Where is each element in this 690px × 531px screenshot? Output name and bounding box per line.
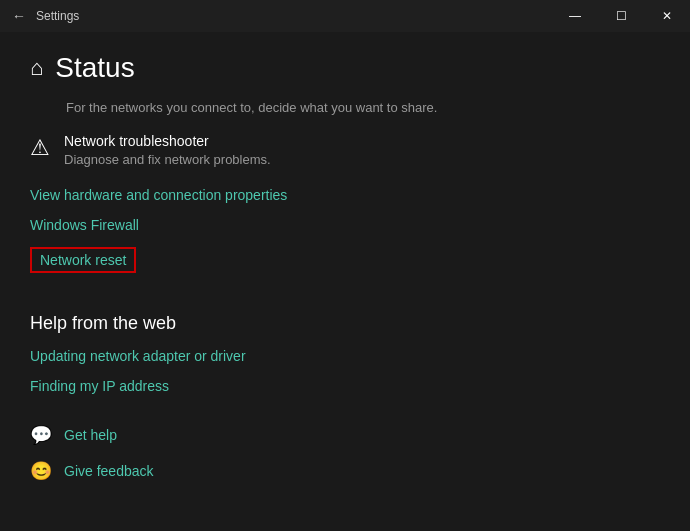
page-title: Status bbox=[55, 52, 134, 84]
windows-firewall-link[interactable]: Windows Firewall bbox=[30, 217, 660, 233]
home-icon: ⌂ bbox=[30, 55, 43, 81]
titlebar-title: Settings bbox=[36, 9, 79, 23]
warning-icon: ⚠ bbox=[30, 135, 50, 161]
troubleshooter-description: Diagnose and fix network problems. bbox=[64, 152, 271, 167]
subtitle-text: For the networks you connect to, decide … bbox=[30, 100, 660, 115]
maximize-button[interactable]: ☐ bbox=[598, 0, 644, 32]
network-reset-link[interactable]: Network reset bbox=[40, 252, 126, 268]
close-button[interactable]: ✕ bbox=[644, 0, 690, 32]
titlebar: ← Settings — ☐ ✕ bbox=[0, 0, 690, 32]
updating-adapter-link[interactable]: Updating network adapter or driver bbox=[30, 348, 660, 364]
troubleshooter-text: Network troubleshooter Diagnose and fix … bbox=[64, 133, 271, 167]
bottom-section: 💬 Get help 😊 Give feedback bbox=[30, 424, 660, 482]
help-section-heading: Help from the web bbox=[30, 313, 660, 334]
get-help-icon: 💬 bbox=[30, 424, 52, 446]
get-help-link[interactable]: Get help bbox=[64, 427, 117, 443]
troubleshooter-row: ⚠ Network troubleshooter Diagnose and fi… bbox=[30, 133, 660, 167]
give-feedback-link[interactable]: Give feedback bbox=[64, 463, 154, 479]
titlebar-controls: — ☐ ✕ bbox=[552, 0, 690, 32]
minimize-button[interactable]: — bbox=[552, 0, 598, 32]
content-area: ⌂ Status For the networks you connect to… bbox=[0, 32, 690, 531]
finding-ip-link[interactable]: Finding my IP address bbox=[30, 378, 660, 394]
give-feedback-item[interactable]: 😊 Give feedback bbox=[30, 460, 660, 482]
back-button[interactable]: ← bbox=[12, 8, 26, 24]
help-section: Help from the web Updating network adapt… bbox=[30, 313, 660, 394]
give-feedback-icon: 😊 bbox=[30, 460, 52, 482]
page-header: ⌂ Status bbox=[30, 52, 660, 84]
troubleshooter-heading[interactable]: Network troubleshooter bbox=[64, 133, 271, 149]
get-help-item[interactable]: 💬 Get help bbox=[30, 424, 660, 446]
titlebar-left: ← Settings bbox=[12, 8, 79, 24]
hardware-properties-link[interactable]: View hardware and connection properties bbox=[30, 187, 660, 203]
main-area: ⌂ Status For the networks you connect to… bbox=[0, 32, 690, 531]
network-reset-box: Network reset bbox=[30, 247, 136, 273]
